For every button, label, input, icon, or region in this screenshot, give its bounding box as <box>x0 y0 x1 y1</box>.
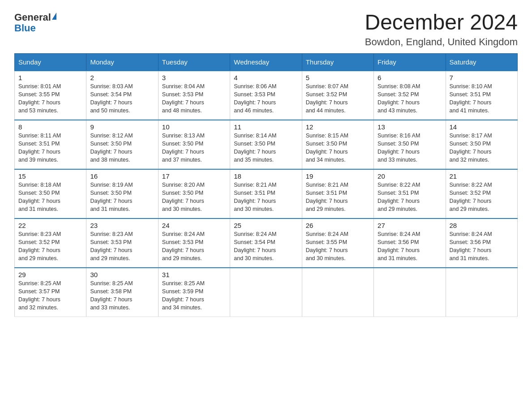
day-number: 19 <box>306 172 370 180</box>
table-row: 7 Sunrise: 8:10 AMSunset: 3:51 PMDayligh… <box>446 71 517 120</box>
table-row: 3 Sunrise: 8:04 AMSunset: 3:53 PMDayligh… <box>158 71 230 120</box>
table-row <box>374 268 446 317</box>
table-row: 27 Sunrise: 8:24 AMSunset: 3:56 PMDaylig… <box>374 218 446 268</box>
day-info: Sunrise: 8:24 AMSunset: 3:56 PMDaylight:… <box>378 231 420 261</box>
header-thursday: Thursday <box>302 53 373 71</box>
day-info: Sunrise: 8:22 AMSunset: 3:51 PMDaylight:… <box>378 182 420 212</box>
logo: General Blue <box>14 11 56 34</box>
day-info: Sunrise: 8:24 AMSunset: 3:56 PMDaylight:… <box>450 231 492 261</box>
logo-blue: Blue <box>14 22 36 34</box>
table-row: 25 Sunrise: 8:24 AMSunset: 3:54 PMDaylig… <box>230 218 302 268</box>
table-row: 22 Sunrise: 8:23 AMSunset: 3:52 PMDaylig… <box>15 218 86 268</box>
day-info: Sunrise: 8:07 AMSunset: 3:52 PMDaylight:… <box>306 83 348 114</box>
day-number: 11 <box>234 123 298 131</box>
table-row: 26 Sunrise: 8:24 AMSunset: 3:55 PMDaylig… <box>302 218 373 268</box>
calendar-week-row: 8 Sunrise: 8:11 AMSunset: 3:51 PMDayligh… <box>15 120 518 169</box>
day-info: Sunrise: 8:11 AMSunset: 3:51 PMDaylight:… <box>18 133 61 163</box>
header-monday: Monday <box>86 53 158 71</box>
month-title: December 2024 <box>365 11 518 34</box>
calendar-week-row: 29 Sunrise: 8:25 AMSunset: 3:57 PMDaylig… <box>15 268 518 317</box>
day-info: Sunrise: 8:23 AMSunset: 3:52 PMDaylight:… <box>18 231 61 261</box>
calendar-week-row: 22 Sunrise: 8:23 AMSunset: 3:52 PMDaylig… <box>15 218 518 268</box>
day-number: 28 <box>450 222 514 229</box>
day-number: 15 <box>18 172 82 180</box>
day-number: 5 <box>306 74 370 81</box>
day-info: Sunrise: 8:20 AMSunset: 3:50 PMDaylight:… <box>162 182 205 212</box>
table-row: 12 Sunrise: 8:15 AMSunset: 3:50 PMDaylig… <box>302 120 373 169</box>
logo-general: General <box>14 13 51 22</box>
day-number: 25 <box>234 222 298 229</box>
table-row <box>230 268 302 317</box>
day-info: Sunrise: 8:23 AMSunset: 3:53 PMDaylight:… <box>90 231 133 261</box>
day-info: Sunrise: 8:12 AMSunset: 3:50 PMDaylight:… <box>90 133 133 163</box>
day-number: 16 <box>90 172 154 180</box>
header-wednesday: Wednesday <box>230 53 302 71</box>
day-number: 20 <box>378 172 442 180</box>
day-info: Sunrise: 8:17 AMSunset: 3:50 PMDaylight:… <box>450 133 492 163</box>
table-row: 18 Sunrise: 8:21 AMSunset: 3:51 PMDaylig… <box>230 169 302 218</box>
table-row: 13 Sunrise: 8:16 AMSunset: 3:50 PMDaylig… <box>374 120 446 169</box>
day-number: 7 <box>450 74 514 81</box>
table-row: 20 Sunrise: 8:22 AMSunset: 3:51 PMDaylig… <box>374 169 446 218</box>
day-number: 8 <box>18 123 82 131</box>
title-block: December 2024 Bowdon, England, United Ki… <box>365 11 518 48</box>
day-info: Sunrise: 8:21 AMSunset: 3:51 PMDaylight:… <box>306 182 348 212</box>
day-info: Sunrise: 8:06 AMSunset: 3:53 PMDaylight:… <box>234 83 276 114</box>
table-row: 29 Sunrise: 8:25 AMSunset: 3:57 PMDaylig… <box>15 268 86 317</box>
day-info: Sunrise: 8:18 AMSunset: 3:50 PMDaylight:… <box>18 182 61 212</box>
table-row: 6 Sunrise: 8:08 AMSunset: 3:52 PMDayligh… <box>374 71 446 120</box>
calendar-header-row: Sunday Monday Tuesday Wednesday Thursday… <box>15 53 518 71</box>
day-info: Sunrise: 8:24 AMSunset: 3:53 PMDaylight:… <box>162 231 205 261</box>
table-row: 23 Sunrise: 8:23 AMSunset: 3:53 PMDaylig… <box>86 218 158 268</box>
day-info: Sunrise: 8:03 AMSunset: 3:54 PMDaylight:… <box>90 83 133 114</box>
table-row <box>302 268 373 317</box>
calendar-week-row: 1 Sunrise: 8:01 AMSunset: 3:55 PMDayligh… <box>15 71 518 120</box>
table-row: 17 Sunrise: 8:20 AMSunset: 3:50 PMDaylig… <box>158 169 230 218</box>
table-row: 21 Sunrise: 8:22 AMSunset: 3:52 PMDaylig… <box>446 169 517 218</box>
day-number: 27 <box>378 222 442 229</box>
day-info: Sunrise: 8:24 AMSunset: 3:54 PMDaylight:… <box>234 231 276 261</box>
day-number: 23 <box>90 222 154 229</box>
day-number: 18 <box>234 172 298 180</box>
day-info: Sunrise: 8:13 AMSunset: 3:50 PMDaylight:… <box>162 133 205 163</box>
day-info: Sunrise: 8:22 AMSunset: 3:52 PMDaylight:… <box>450 182 492 212</box>
table-row: 30 Sunrise: 8:25 AMSunset: 3:58 PMDaylig… <box>86 268 158 317</box>
table-row: 15 Sunrise: 8:18 AMSunset: 3:50 PMDaylig… <box>15 169 86 218</box>
day-number: 24 <box>162 222 226 229</box>
day-info: Sunrise: 8:10 AMSunset: 3:51 PMDaylight:… <box>450 83 492 114</box>
header-sunday: Sunday <box>15 53 86 71</box>
day-number: 21 <box>450 172 514 180</box>
day-number: 26 <box>306 222 370 229</box>
day-number: 31 <box>162 271 226 278</box>
table-row: 31 Sunrise: 8:25 AMSunset: 3:59 PMDaylig… <box>158 268 230 317</box>
header-saturday: Saturday <box>446 53 517 71</box>
day-info: Sunrise: 8:01 AMSunset: 3:55 PMDaylight:… <box>18 83 61 114</box>
day-info: Sunrise: 8:04 AMSunset: 3:53 PMDaylight:… <box>162 83 205 114</box>
day-number: 22 <box>18 222 82 229</box>
day-number: 30 <box>90 271 154 278</box>
day-info: Sunrise: 8:25 AMSunset: 3:58 PMDaylight:… <box>90 280 133 311</box>
day-number: 10 <box>162 123 226 131</box>
table-row: 28 Sunrise: 8:24 AMSunset: 3:56 PMDaylig… <box>446 218 517 268</box>
header-friday: Friday <box>374 53 446 71</box>
table-row: 11 Sunrise: 8:14 AMSunset: 3:50 PMDaylig… <box>230 120 302 169</box>
table-row: 19 Sunrise: 8:21 AMSunset: 3:51 PMDaylig… <box>302 169 373 218</box>
table-row: 8 Sunrise: 8:11 AMSunset: 3:51 PMDayligh… <box>15 120 86 169</box>
table-row <box>446 268 517 317</box>
day-number: 3 <box>162 74 226 81</box>
table-row: 10 Sunrise: 8:13 AMSunset: 3:50 PMDaylig… <box>158 120 230 169</box>
day-info: Sunrise: 8:14 AMSunset: 3:50 PMDaylight:… <box>234 133 276 163</box>
table-row: 14 Sunrise: 8:17 AMSunset: 3:50 PMDaylig… <box>446 120 517 169</box>
day-info: Sunrise: 8:25 AMSunset: 3:59 PMDaylight:… <box>162 280 205 311</box>
day-number: 13 <box>378 123 442 131</box>
header-tuesday: Tuesday <box>158 53 230 71</box>
location-subtitle: Bowdon, England, United Kingdom <box>365 36 518 48</box>
table-row: 1 Sunrise: 8:01 AMSunset: 3:55 PMDayligh… <box>15 71 86 120</box>
table-row: 2 Sunrise: 8:03 AMSunset: 3:54 PMDayligh… <box>86 71 158 120</box>
calendar-table: Sunday Monday Tuesday Wednesday Thursday… <box>14 53 518 317</box>
page-header: General Blue December 2024 Bowdon, Engla… <box>14 11 518 48</box>
table-row: 4 Sunrise: 8:06 AMSunset: 3:53 PMDayligh… <box>230 71 302 120</box>
day-number: 14 <box>450 123 514 131</box>
table-row: 5 Sunrise: 8:07 AMSunset: 3:52 PMDayligh… <box>302 71 373 120</box>
day-info: Sunrise: 8:21 AMSunset: 3:51 PMDaylight:… <box>234 182 276 212</box>
